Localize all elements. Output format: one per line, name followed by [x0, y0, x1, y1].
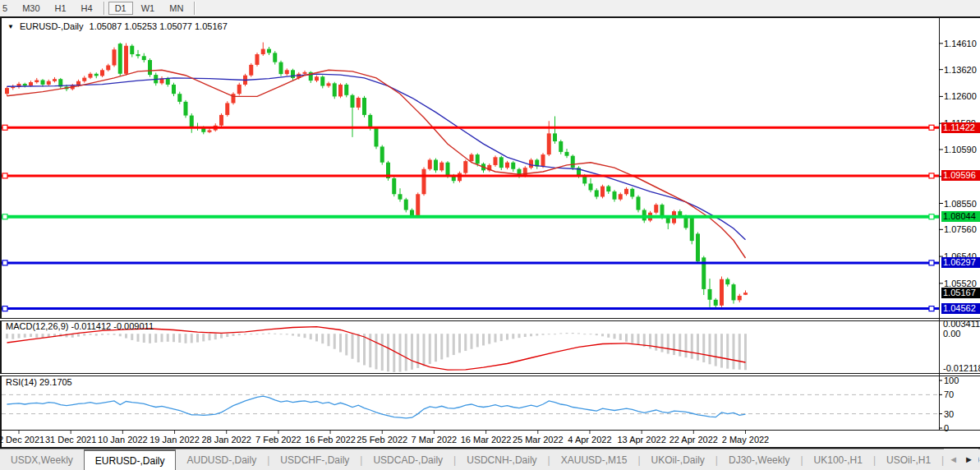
candle-body — [410, 210, 414, 215]
candle-body — [523, 168, 527, 176]
macd-bar — [440, 334, 443, 359]
candle-body — [696, 233, 700, 261]
macd-bar — [12, 334, 14, 339]
tab-usdx-weekly[interactable]: USDX,Weekly — [0, 449, 84, 470]
macd-bar — [458, 334, 461, 352]
candle-body — [118, 44, 122, 74]
candle-body — [660, 205, 665, 216]
candle-body — [708, 289, 712, 300]
candle-body — [529, 160, 533, 168]
macd-bar — [536, 334, 538, 335]
x-axis-date-label: 22 Dec 2021 — [0, 435, 44, 445]
macd-bar — [328, 334, 330, 346]
horizontal-price-line[interactable] — [2, 306, 939, 311]
macd-bar — [143, 334, 145, 343]
candle-body — [630, 189, 634, 197]
chart-ohlc-values: 1.05087 1.05253 1.05077 1.05167 — [90, 21, 228, 31]
macd-bar — [554, 334, 556, 334]
line-handle[interactable] — [929, 260, 934, 265]
line-handle[interactable] — [929, 306, 934, 311]
line-handle[interactable] — [929, 125, 934, 130]
y-axis-tick-label: 1.08550 — [944, 199, 977, 209]
macd-bar — [577, 333, 580, 334]
rsi-axis-label: 0 — [944, 423, 949, 433]
x-axis-date-label: 2 May 2022 — [722, 435, 769, 445]
trading-terminal-window: 5M30H1H4D1W1MN ▼ EURUSD-,Daily 1.05087 1… — [0, 0, 980, 470]
macd-bar — [667, 334, 669, 353]
candle-body — [255, 54, 260, 65]
x-axis-date-label: 16 Feb 2022 — [305, 435, 356, 445]
macd-bar — [244, 334, 246, 334]
chart-plot-area[interactable] — [0, 0, 980, 470]
horizontal-price-line[interactable] — [2, 260, 939, 265]
line-handle[interactable] — [929, 214, 934, 219]
x-axis-date-label: 10 Jan 2022 — [98, 435, 148, 445]
chart-symbol-label: EURUSD-,Daily — [20, 21, 84, 31]
macd-bar — [387, 334, 389, 371]
macd-bar — [24, 334, 26, 338]
y-axis-tick-label: 1.12600 — [944, 91, 977, 101]
macd-bar — [95, 334, 98, 335]
macd-bar — [631, 334, 633, 343]
tab-usdcad-daily[interactable]: USDCAD-,Daily — [362, 449, 453, 470]
macd-bar — [125, 334, 127, 338]
macd-bar — [614, 334, 616, 339]
macd-bar — [720, 334, 723, 367]
tab-uk100-h1[interactable]: UK100-,H1 — [803, 449, 873, 470]
tab-xauusd-m15[interactable]: XAUUSD-,M15 — [550, 449, 638, 470]
candle-body — [511, 163, 515, 169]
tab-usdchf-daily[interactable]: USDCHF-,Daily — [269, 449, 360, 470]
horizontal-price-line[interactable] — [2, 214, 939, 219]
candle-body — [225, 103, 229, 114]
macd-bar — [715, 334, 717, 366]
candle-body — [571, 156, 575, 168]
line-handle[interactable] — [2, 214, 7, 219]
candle-body — [470, 154, 474, 161]
tab-ukoil-daily[interactable]: UKOil-,Daily — [641, 449, 715, 470]
candle-body — [291, 70, 295, 78]
tab-usdcnh-daily[interactable]: USDCNH-,Daily — [456, 449, 547, 470]
macd-bar — [542, 334, 545, 335]
macd-bar — [566, 333, 568, 334]
candle-body — [743, 293, 748, 295]
horizontal-price-line[interactable] — [2, 173, 939, 178]
macd-bar — [6, 334, 8, 339]
candle-body — [219, 115, 223, 126]
macd-bar — [495, 334, 497, 342]
macd-bar — [191, 334, 193, 343]
macd-bar — [149, 334, 151, 343]
x-axis-date-label: 31 Dec 2021 — [45, 435, 96, 445]
candle-body — [29, 82, 33, 85]
macd-bar — [274, 334, 276, 334]
candle-body — [320, 76, 324, 85]
macd-bar — [429, 334, 431, 364]
macd-bar — [423, 334, 426, 366]
tab-eurusd-daily[interactable]: EURUSD-,Daily — [84, 449, 177, 470]
macd-bar — [339, 334, 342, 352]
tab-dj30-weekly[interactable]: DJ30-,Weekly — [718, 449, 800, 470]
candle-body — [600, 187, 605, 197]
macd-bar — [744, 334, 747, 370]
collapse-arrow-icon[interactable]: ▼ — [7, 23, 14, 30]
macd-bar — [625, 334, 628, 342]
scroll-tabs-right-icon[interactable]: ► — [964, 454, 973, 464]
candle-body — [619, 194, 623, 199]
line-handle[interactable] — [2, 125, 7, 130]
line-handle[interactable] — [2, 260, 7, 265]
candle-body — [190, 116, 194, 127]
candle-body — [505, 163, 509, 168]
line-handle[interactable] — [929, 173, 934, 178]
symbol-tabs: USDX,WeeklyEURUSD-,DailyAUDUSD-,Daily|US… — [0, 449, 980, 470]
rsi-axis-label: 30 — [944, 409, 954, 419]
macd-bar — [601, 334, 604, 336]
macd-bar — [464, 334, 467, 351]
tab-usoil-h1[interactable]: USOil-,H1 — [876, 449, 941, 470]
line-handle[interactable] — [2, 173, 7, 178]
scroll-tabs-left-icon[interactable]: ◄ — [949, 454, 958, 464]
candle-body — [434, 160, 438, 171]
tab-audusd-daily[interactable]: AUDUSD-,Daily — [176, 449, 267, 470]
line-handle[interactable] — [2, 306, 7, 311]
rsi-indicator-label: RSI(14) 29.1705 — [6, 377, 72, 387]
horizontal-price-line[interactable] — [2, 125, 939, 130]
candle-body — [148, 60, 152, 75]
